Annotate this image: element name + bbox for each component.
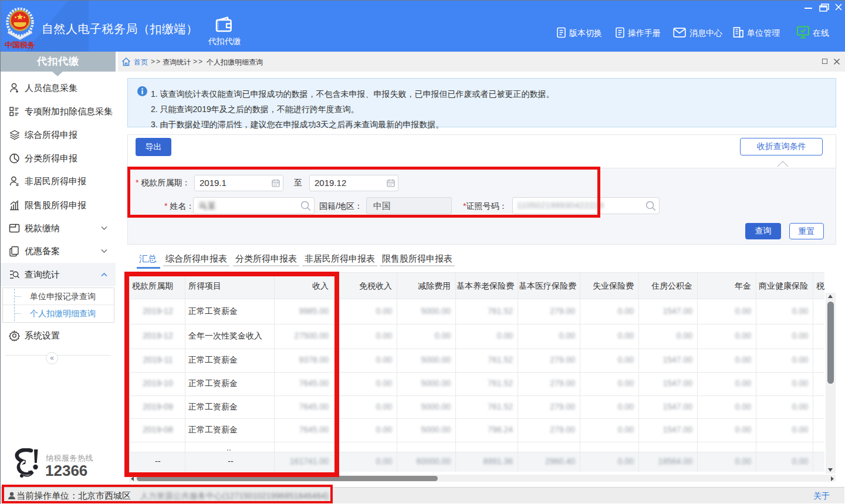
svg-text:中国税务: 中国税务 [5,40,35,49]
